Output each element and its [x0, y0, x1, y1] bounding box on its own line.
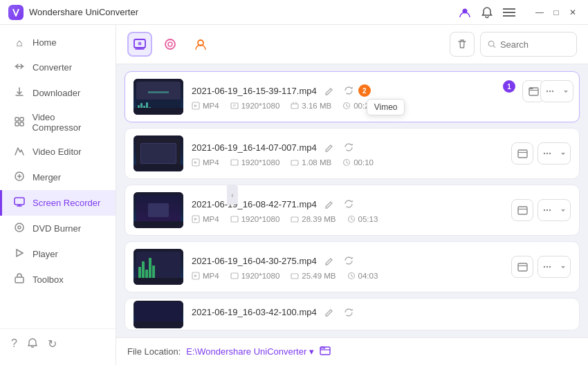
compressor-icon	[13, 116, 26, 129]
file-thumb-2	[134, 135, 183, 171]
search-box	[480, 32, 577, 57]
sidebar-label-dvd: DVD Burner	[33, 223, 81, 234]
file-size-4: 25.49 MB	[302, 272, 336, 280]
save-folder-button-2[interactable]	[511, 142, 533, 165]
file-thumb-1: ▬▬▬	[134, 79, 183, 115]
bottom-bar: File Location: E:\Wondershare UniConvert…	[116, 337, 588, 365]
sidebar-label-merger: Merger	[33, 172, 61, 182]
app-logo	[8, 5, 24, 20]
svg-rect-9	[15, 198, 24, 205]
tab-avatar[interactable]	[188, 32, 213, 57]
badge-count-1: 2	[358, 84, 371, 97]
file-card-3: 2021-06-19_16-08-42-771.mp4 MP4	[125, 185, 580, 236]
sidebar-item-video-editor[interactable]: Video Editor	[0, 139, 116, 165]
edit-icon-2[interactable]	[322, 140, 336, 154]
sidebar-item-home[interactable]: ⌂ Home	[0, 30, 116, 55]
sidebar-item-toolbox[interactable]: Toolbox	[0, 267, 116, 292]
file-actions-3	[511, 199, 571, 221]
sidebar-item-downloader[interactable]: Downloader	[0, 80, 116, 106]
tab-record[interactable]	[127, 32, 152, 57]
open-folder-button[interactable]	[320, 345, 331, 358]
more-options-button-3[interactable]	[538, 199, 571, 221]
delete-button[interactable]	[450, 32, 475, 57]
converter-icon	[13, 61, 26, 74]
svg-point-16	[168, 42, 172, 46]
convert-icon-5[interactable]	[342, 306, 356, 319]
user-button[interactable]	[455, 3, 475, 22]
sidebar-item-dvd-burner[interactable]: DVD Burner	[0, 216, 116, 241]
svg-rect-29	[291, 160, 298, 165]
downloader-icon	[13, 86, 26, 100]
svg-rect-4	[15, 118, 19, 121]
convert-icon-4[interactable]	[342, 254, 356, 268]
more-options-button-2[interactable]	[538, 142, 571, 165]
file-duration-4: 04:03	[358, 272, 378, 280]
svg-point-41	[546, 209, 548, 211]
file-name-2: 2021-06-19_16-14-07-007.mp4	[192, 142, 317, 153]
svg-point-10	[15, 223, 24, 232]
svg-rect-45	[291, 274, 298, 279]
file-name-4: 2021-06-19_16-04-30-275.mp4	[192, 256, 317, 266]
file-card-2: 2021-06-19_16-14-07-007.mp4 MP4	[125, 128, 580, 179]
sidebar-label-home: Home	[33, 37, 57, 48]
sidebar-item-converter[interactable]: Converter	[0, 55, 116, 80]
sidebar-item-video-compressor[interactable]: Video Compressor	[0, 106, 116, 139]
file-resolution-2: 1920*1080	[241, 158, 280, 167]
file-size-2: 1.08 MB	[302, 158, 331, 167]
notification-button[interactable]	[477, 3, 497, 22]
edit-icon-3[interactable]	[322, 197, 336, 211]
save-folder-button-3[interactable]	[511, 199, 533, 221]
save-folder-button-4[interactable]	[511, 256, 533, 278]
svg-rect-6	[15, 122, 19, 126]
file-meta-3: MP4 1920*1080 28.39 MB 05:13	[192, 215, 503, 223]
badge-purple-1: 1	[503, 80, 515, 93]
refresh-icon[interactable]: ↻	[48, 337, 57, 351]
file-actions-2	[511, 142, 571, 165]
convert-icon-3[interactable]	[342, 197, 356, 211]
edit-icon-1[interactable]	[322, 84, 336, 97]
file-format-3: MP4	[203, 215, 219, 223]
file-meta-4: MP4 1920*1080 25.49 MB 04:03	[192, 272, 503, 280]
search-input[interactable]	[500, 39, 569, 50]
file-duration-3: 05:13	[358, 215, 378, 223]
tooltip-vimeo: Vimeo	[367, 99, 405, 115]
sidebar-label-converter: Converter	[33, 62, 72, 73]
more-options-button-1[interactable]	[540, 80, 573, 102]
file-info-4: 2021-06-19_16-04-30-275.mp4 MP4	[192, 254, 503, 280]
toolbar-actions	[450, 32, 577, 57]
more-options-button-4[interactable]	[538, 256, 571, 278]
file-format-1: MP4	[203, 102, 219, 110]
sidebar-item-merger[interactable]: Merger	[0, 165, 116, 190]
convert-icon-2[interactable]	[342, 140, 356, 154]
edit-icon-5[interactable]	[322, 306, 336, 319]
file-path[interactable]: E:\Wondershare UniConverter ▾	[186, 346, 314, 357]
sidebar-item-screen-recorder[interactable]: Screen Recorder	[0, 190, 116, 216]
help-icon[interactable]: ?	[11, 337, 17, 351]
maximize-button[interactable]: □	[549, 6, 563, 19]
svg-rect-28	[231, 160, 238, 165]
file-meta-2: MP4 1920*1080 1.08 MB 00:10	[192, 158, 503, 167]
tab-camera[interactable]	[158, 32, 183, 57]
main-layout: ⌂ Home Converter Downloader Video Compre…	[0, 25, 588, 365]
svg-rect-37	[291, 217, 298, 222]
alert-icon[interactable]	[27, 337, 38, 351]
edit-icon-4[interactable]	[322, 254, 336, 268]
svg-point-33	[546, 153, 548, 154]
screen-recorder-icon	[13, 196, 26, 209]
sidebar-label-editor: Video Editor	[33, 147, 82, 157]
sidebar-item-player[interactable]: Player	[0, 241, 116, 267]
sidebar-collapse-arrow[interactable]: ‹	[227, 185, 238, 205]
player-icon	[13, 247, 26, 261]
close-button[interactable]: ✕	[566, 6, 580, 19]
file-info-3: 2021-06-19_16-08-42-771.mp4 MP4	[192, 197, 503, 223]
file-name-1: 2021-06-19_16-15-39-117.mp4	[192, 86, 317, 96]
convert-icon-1[interactable]	[342, 84, 356, 97]
minimize-button[interactable]: —	[533, 6, 546, 19]
sidebar-label-toolbox: Toolbox	[33, 274, 64, 285]
file-duration-2: 00:10	[353, 158, 374, 167]
menu-button[interactable]	[499, 3, 519, 22]
titlebar-controls: — □ ✕	[455, 3, 580, 22]
svg-rect-20	[231, 103, 238, 109]
file-location-label: File Location:	[127, 346, 181, 357]
sidebar: ⌂ Home Converter Downloader Video Compre…	[0, 25, 116, 365]
